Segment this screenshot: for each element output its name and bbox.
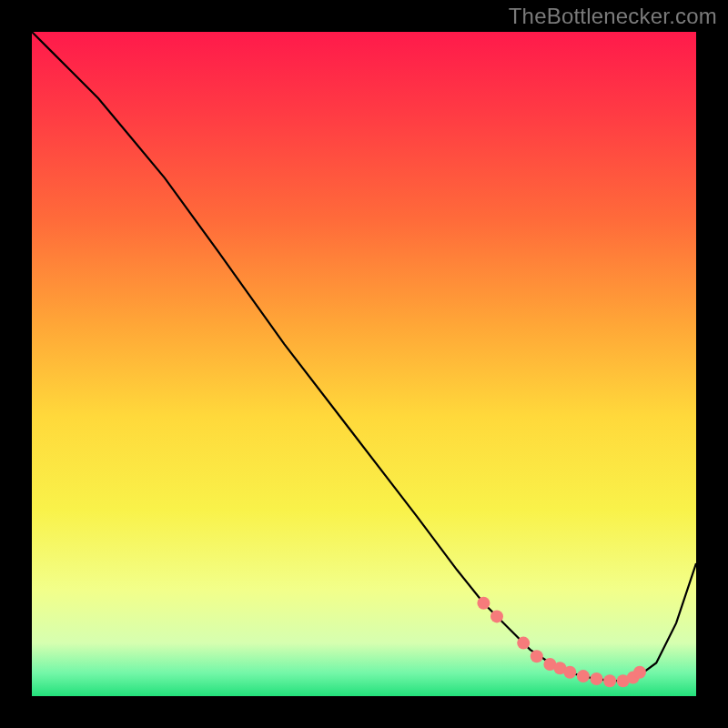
highlight-point: [633, 666, 646, 679]
highlight-point: [591, 672, 603, 685]
highlight-point: [577, 670, 590, 682]
chart-svg: [32, 32, 696, 696]
plot-area: [32, 32, 696, 696]
attribution-text: TheBottlenecker.com: [509, 4, 717, 29]
highlight-point: [490, 610, 503, 622]
highlight-point: [531, 650, 543, 662]
chart-stage: TheBottlenecker.com: [0, 0, 728, 728]
highlight-point: [517, 637, 530, 650]
gradient-background: [32, 32, 696, 696]
highlight-point: [477, 597, 490, 610]
highlight-point: [563, 666, 576, 679]
highlight-point: [603, 674, 616, 687]
